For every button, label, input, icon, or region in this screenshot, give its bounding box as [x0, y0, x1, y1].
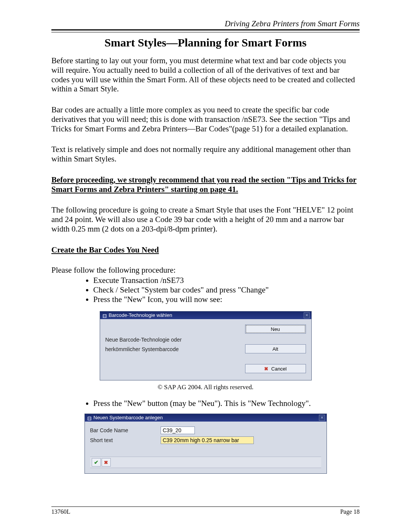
dialog-titlebar: Barcode-Technologie wählen ✕ — [100, 312, 311, 319]
label-barcode-name: Bar Code Name — [90, 427, 161, 433]
close-icon[interactable]: ✕ — [319, 415, 325, 421]
footer-page-number: Page 18 — [340, 508, 360, 515]
dialog-icon — [102, 313, 107, 318]
dialog-text-line-1: Neue Barcode-Technologie oder — [105, 335, 182, 345]
dialog-text-line-2: herkömmlicher Systembarcode — [105, 345, 182, 354]
header-rule — [51, 29, 360, 32]
check-icon: ✔ — [94, 459, 99, 465]
sap-dialog-new-barcode: Neuen Systembarcode anlegen ✕ Bar Code N… — [84, 414, 327, 474]
caption-copyright-1: © SAP AG 2004. All rights reserved. — [51, 383, 360, 391]
dialog-titlebar: Neuen Systembarcode anlegen ✕ — [85, 414, 327, 422]
cancel-button[interactable]: ✖ — [102, 458, 111, 466]
dialog-title: Barcode-Technologie wählen — [109, 312, 172, 319]
barcode-name-input[interactable] — [161, 427, 195, 434]
paragraph-5: The following procedure is going to crea… — [51, 205, 360, 233]
page-title: Smart Styles—Planning for Smart Forms — [51, 36, 360, 49]
paragraph-3: Text is relatively simple and does not n… — [51, 145, 360, 164]
procedure-list-2: Press the "New" button (may be "Neu"). T… — [51, 399, 360, 408]
footer-doc-id: 13760L — [51, 508, 70, 515]
procedure-list-1: Execute Transaction /nSE73 Check / Selec… — [51, 276, 360, 305]
dialog-icon — [87, 415, 92, 420]
list-item: Execute Transaction /nSE73 — [93, 276, 360, 285]
cancel-x-icon: ✖ — [104, 460, 108, 465]
alt-button[interactable]: Alt — [245, 344, 306, 353]
cancel-button[interactable]: ✖ Cancel — [245, 364, 306, 373]
paragraph-2: Bar codes are actually a little more com… — [51, 105, 360, 133]
procedure-intro: Please follow the following procedure: — [51, 265, 360, 275]
ok-button[interactable]: ✔ — [92, 458, 101, 466]
cancel-x-icon: ✖ — [264, 366, 268, 372]
sap-dialog-choose-tech: Barcode-Technologie wählen ✕ Neue Barcod… — [100, 311, 312, 380]
running-header: Driving Zebra Printers from Smart Forms — [51, 19, 360, 29]
list-item: Check / Select "System bar codes" and pr… — [93, 285, 360, 295]
neu-button[interactable]: Neu — [245, 324, 306, 334]
list-item: Press the "New" button (may be "Neu"). T… — [93, 399, 360, 408]
list-item: Press the "New" Icon, you will now see: — [93, 295, 360, 304]
paragraph-1: Before starting to lay out your form, yo… — [51, 56, 360, 94]
page-footer: 13760L Page 18 — [51, 506, 360, 515]
dialog-title: Neuen Systembarcode anlegen — [94, 414, 163, 422]
short-text-input[interactable] — [161, 436, 254, 444]
subheading-create-barcodes: Create the Bar Codes You Need — [51, 245, 360, 255]
close-icon[interactable]: ✕ — [304, 312, 310, 318]
label-short-text: Short text — [90, 437, 161, 443]
dialog-button-bar: ✔ ✖ — [90, 457, 321, 468]
paragraph-4-warning: Before proceeding, we strongly recommend… — [51, 175, 360, 194]
